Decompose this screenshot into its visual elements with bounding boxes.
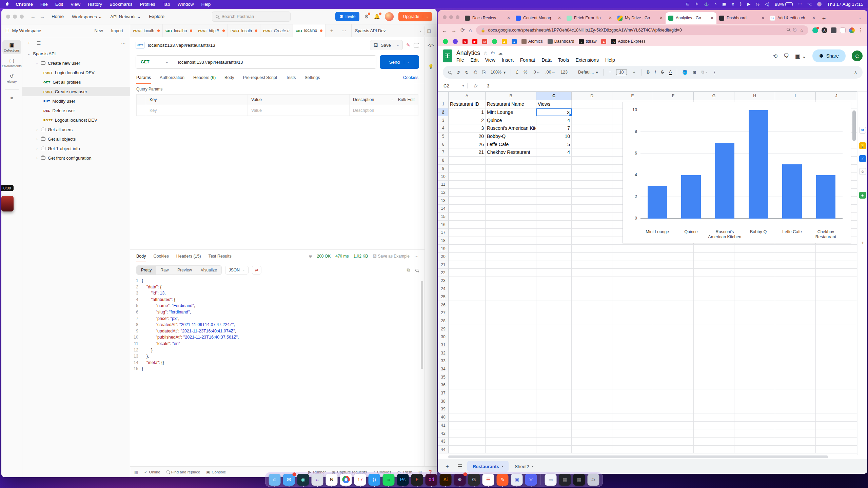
cell-A42[interactable] [449,429,486,438]
menubar-item-history[interactable]: History [88,2,102,7]
bookmark-drive[interactable]: ▲ [502,39,507,44]
wifi-icon[interactable]: ◠ [798,2,802,6]
dock-spotify[interactable]: ≈ [383,474,395,486]
figma-menu-icon[interactable]: ⊞ [686,2,690,6]
import-button[interactable]: Import [108,27,126,35]
cell-G39[interactable] [694,405,734,413]
cell-I39[interactable] [775,405,816,413]
cell-D27[interactable] [572,309,612,317]
info-bulb-icon[interactable]: 💡 [428,64,433,69]
cell-A27[interactable] [449,309,486,317]
cell-E34[interactable] [612,365,653,373]
cell-B8[interactable] [486,157,536,165]
contacts-panel-icon[interactable]: ☺ [859,168,866,175]
cell-B16[interactable] [486,221,536,229]
cell-A29[interactable] [449,325,486,333]
browser-tab[interactable]: GAdd & edit a ch✕ [767,12,818,24]
cell-D17[interactable] [572,229,612,237]
cell-B28[interactable] [486,317,536,325]
cell-I25[interactable] [775,293,816,301]
cell-G32[interactable] [694,349,734,357]
chevron-down-icon[interactable]: ⌄ [27,52,31,56]
row-header-25[interactable]: 25 [438,293,449,301]
view-raw[interactable]: Raw [156,266,173,274]
dock-mail[interactable]: ✉ [283,474,295,486]
bookmark-youtube[interactable]: ▶ [472,39,477,44]
cell-J30[interactable] [816,333,857,341]
cell-E23[interactable] [612,277,653,285]
environment-quicklook-icon[interactable]: ◫ [425,26,433,35]
dock-figma[interactable]: F [411,474,423,486]
cell-F42[interactable] [653,429,694,438]
cell-D31[interactable] [572,341,612,349]
window-controls[interactable] [6,15,24,19]
cell-H21[interactable] [734,261,775,269]
row-header-29[interactable]: 29 [438,325,449,333]
cell-D8[interactable] [572,157,612,165]
cell-D39[interactable] [572,405,612,413]
cell-A43[interactable] [449,438,486,446]
back-button[interactable]: ← [31,14,36,19]
chrome-window-controls[interactable] [441,10,462,24]
name-box[interactable]: C2▾ [438,83,467,88]
grammarly-extension-icon[interactable] [812,27,818,33]
cell-G34[interactable] [694,365,734,373]
cell-F32[interactable] [653,349,694,357]
console-button[interactable]: ▣ Console [206,470,226,474]
cell-F34[interactable] [653,365,694,373]
cell-I36[interactable] [775,381,816,389]
cell-A18[interactable] [449,237,486,245]
cell-G22[interactable] [694,269,734,277]
cell-B29[interactable] [486,325,536,333]
dock-vs-code[interactable]: ⟨⟩ [369,474,380,486]
cell-D5[interactable] [572,133,612,141]
cell-F43[interactable] [653,438,694,446]
row-header-40[interactable]: 40 [438,413,449,422]
cell-C10[interactable] [536,172,572,181]
dock-window-2[interactable]: ▦ [573,474,585,486]
cell-C23[interactable] [536,277,572,285]
row-header-13[interactable]: 13 [438,197,449,205]
cell-A2[interactable]: 1 [449,108,486,117]
cell-A22[interactable] [449,269,486,277]
sheets-menu-extensions[interactable]: Extensions [575,57,598,63]
cell-J33[interactable] [816,357,857,365]
send-button[interactable]: Send⌄ [380,55,419,69]
row-header-3[interactable]: 3 [438,116,449,124]
strikethrough-button[interactable]: S [661,70,664,75]
cell-I27[interactable] [775,309,816,317]
tree-item[interactable]: ›Get all users [22,125,130,134]
cell-G26[interactable] [694,301,734,309]
version-history-icon[interactable]: ⟲ [773,53,777,59]
cell-D29[interactable] [572,325,612,333]
cell-A9[interactable] [449,165,486,173]
cell-D36[interactable] [572,381,612,389]
cell-F23[interactable] [653,277,694,285]
chrome-menu-icon[interactable]: ⋮ [858,27,863,33]
cell-E26[interactable] [612,301,653,309]
menubar-item-profiles[interactable]: Profiles [140,2,155,7]
cell-H31[interactable] [734,341,775,349]
increase-decimal-button[interactable]: .00→ [545,70,555,75]
cell-D35[interactable] [572,373,612,381]
cell-D13[interactable] [572,197,612,205]
play-status-icon[interactable]: ▶ [747,2,750,6]
param-value-input[interactable]: Value [248,105,350,116]
menubar-item-window[interactable]: Window [177,2,194,7]
extension-dark-icon[interactable] [831,27,836,33]
cell-I43[interactable] [775,438,816,446]
control-center-icon[interactable]: ⌥ [807,2,812,6]
cell-B12[interactable] [486,189,536,197]
column-header-G[interactable]: G [694,92,734,100]
tab-search-icon[interactable]: ⌄ [855,16,865,24]
cell-D40[interactable] [572,413,612,422]
cell-B32[interactable] [486,349,536,357]
cell-C28[interactable] [536,317,572,325]
cell-D2[interactable] [572,108,612,117]
bookmark-netflix[interactable]: N [462,39,468,44]
row-header-5[interactable]: 5 [438,133,449,141]
bar-bobby-q[interactable] [742,110,775,219]
print-icon[interactable]: ⎙ [474,70,477,75]
cell-F22[interactable] [653,269,694,277]
cell-B19[interactable] [486,245,536,253]
